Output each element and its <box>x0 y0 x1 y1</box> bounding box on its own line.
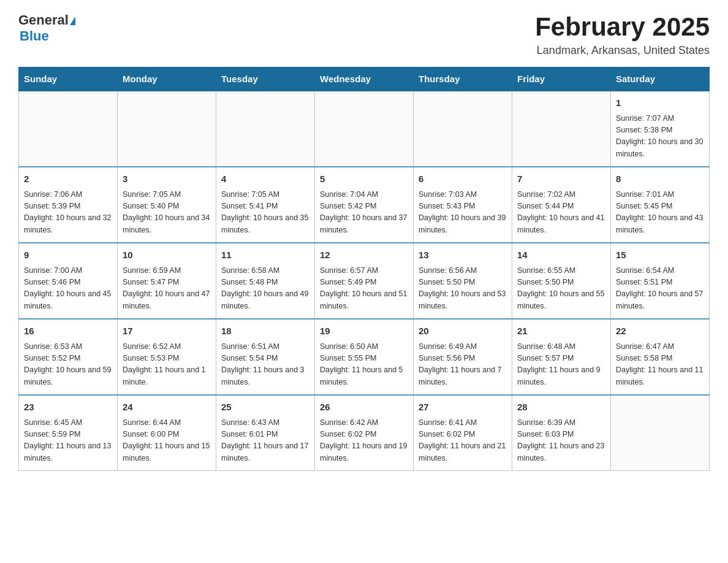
calendar-header-row: SundayMondayTuesdayWednesdayThursdayFrid… <box>19 67 710 91</box>
day-number: 16 <box>24 324 112 339</box>
day-number: 25 <box>221 400 309 415</box>
day-number: 9 <box>24 248 112 262</box>
day-info: Sunrise: 6:47 AM Sunset: 5:58 PM Dayligh… <box>616 341 704 389</box>
title-area: February 2025 Landmark, Arkansas, United… <box>535 12 710 57</box>
day-number: 8 <box>616 172 704 186</box>
calendar-cell: 19Sunrise: 6:50 AM Sunset: 5:55 PM Dayli… <box>315 319 414 395</box>
location-text: Landmark, Arkansas, United States <box>535 44 710 57</box>
calendar-week-row: 1Sunrise: 7:07 AM Sunset: 5:38 PM Daylig… <box>19 91 710 167</box>
month-title: February 2025 <box>535 12 710 42</box>
day-info: Sunrise: 6:58 AM Sunset: 5:48 PM Dayligh… <box>221 265 309 313</box>
calendar-cell: 16Sunrise: 6:53 AM Sunset: 5:52 PM Dayli… <box>19 319 118 395</box>
calendar-week-row: 16Sunrise: 6:53 AM Sunset: 5:52 PM Dayli… <box>19 319 710 395</box>
day-info: Sunrise: 7:06 AM Sunset: 5:39 PM Dayligh… <box>24 189 112 237</box>
day-number: 12 <box>320 248 408 262</box>
calendar-cell: 9Sunrise: 7:00 AM Sunset: 5:46 PM Daylig… <box>19 243 118 319</box>
calendar-cell: 15Sunrise: 6:54 AM Sunset: 5:51 PM Dayli… <box>611 243 710 319</box>
day-number: 18 <box>221 324 309 339</box>
day-info: Sunrise: 6:52 AM Sunset: 5:53 PM Dayligh… <box>123 341 211 389</box>
day-number: 26 <box>320 400 408 415</box>
day-number: 27 <box>419 400 507 415</box>
logo: General Blue <box>18 12 75 44</box>
day-info: Sunrise: 6:57 AM Sunset: 5:49 PM Dayligh… <box>320 265 408 313</box>
day-info: Sunrise: 6:49 AM Sunset: 5:56 PM Dayligh… <box>419 341 507 389</box>
calendar-week-row: 9Sunrise: 7:00 AM Sunset: 5:46 PM Daylig… <box>19 243 710 319</box>
day-info: Sunrise: 6:45 AM Sunset: 5:59 PM Dayligh… <box>24 417 112 465</box>
day-info: Sunrise: 7:03 AM Sunset: 5:43 PM Dayligh… <box>419 189 507 237</box>
page-header: General Blue February 2025 Landmark, Ark… <box>18 12 710 57</box>
day-number: 15 <box>616 248 704 262</box>
day-number: 10 <box>123 248 211 262</box>
day-of-week-header: Wednesday <box>315 67 414 91</box>
day-number: 6 <box>419 172 507 186</box>
calendar-cell: 17Sunrise: 6:52 AM Sunset: 5:53 PM Dayli… <box>118 319 216 395</box>
day-info: Sunrise: 6:55 AM Sunset: 5:50 PM Dayligh… <box>517 265 605 313</box>
day-number: 13 <box>419 248 507 262</box>
day-of-week-header: Friday <box>512 67 611 91</box>
day-info: Sunrise: 6:54 AM Sunset: 5:51 PM Dayligh… <box>616 265 704 313</box>
day-of-week-header: Saturday <box>611 67 710 91</box>
calendar-cell: 5Sunrise: 7:04 AM Sunset: 5:42 PM Daylig… <box>315 167 414 243</box>
calendar-cell: 10Sunrise: 6:59 AM Sunset: 5:47 PM Dayli… <box>118 243 216 319</box>
day-of-week-header: Monday <box>118 67 216 91</box>
calendar-cell: 2Sunrise: 7:06 AM Sunset: 5:39 PM Daylig… <box>19 167 118 243</box>
calendar-cell: 1Sunrise: 7:07 AM Sunset: 5:38 PM Daylig… <box>611 91 710 167</box>
day-of-week-header: Tuesday <box>216 67 315 91</box>
calendar-cell <box>216 91 315 167</box>
calendar-cell: 24Sunrise: 6:44 AM Sunset: 6:00 PM Dayli… <box>118 395 216 471</box>
calendar-cell: 3Sunrise: 7:05 AM Sunset: 5:40 PM Daylig… <box>118 167 216 243</box>
calendar-cell: 22Sunrise: 6:47 AM Sunset: 5:58 PM Dayli… <box>611 319 710 395</box>
calendar-cell: 11Sunrise: 6:58 AM Sunset: 5:48 PM Dayli… <box>216 243 315 319</box>
day-info: Sunrise: 6:42 AM Sunset: 6:02 PM Dayligh… <box>320 417 408 465</box>
calendar-cell: 20Sunrise: 6:49 AM Sunset: 5:56 PM Dayli… <box>414 319 512 395</box>
day-number: 22 <box>616 324 704 339</box>
day-of-week-header: Sunday <box>19 67 118 91</box>
calendar-cell: 6Sunrise: 7:03 AM Sunset: 5:43 PM Daylig… <box>414 167 512 243</box>
calendar-cell <box>611 395 710 471</box>
calendar-week-row: 2Sunrise: 7:06 AM Sunset: 5:39 PM Daylig… <box>19 167 710 243</box>
day-info: Sunrise: 6:48 AM Sunset: 5:57 PM Dayligh… <box>517 341 605 389</box>
calendar-cell <box>118 91 216 167</box>
logo-blue-text: Blue <box>20 28 49 44</box>
day-info: Sunrise: 6:53 AM Sunset: 5:52 PM Dayligh… <box>24 341 112 389</box>
day-number: 28 <box>517 400 605 415</box>
day-number: 11 <box>221 248 309 262</box>
calendar-cell <box>512 91 611 167</box>
calendar-cell <box>414 91 512 167</box>
calendar-cell: 21Sunrise: 6:48 AM Sunset: 5:57 PM Dayli… <box>512 319 611 395</box>
calendar-cell: 14Sunrise: 6:55 AM Sunset: 5:50 PM Dayli… <box>512 243 611 319</box>
day-of-week-header: Thursday <box>414 67 512 91</box>
day-info: Sunrise: 6:39 AM Sunset: 6:03 PM Dayligh… <box>517 417 605 465</box>
day-info: Sunrise: 7:05 AM Sunset: 5:40 PM Dayligh… <box>123 189 211 237</box>
day-info: Sunrise: 7:07 AM Sunset: 5:38 PM Dayligh… <box>616 113 704 161</box>
day-info: Sunrise: 6:56 AM Sunset: 5:50 PM Dayligh… <box>419 265 507 313</box>
calendar-cell: 12Sunrise: 6:57 AM Sunset: 5:49 PM Dayli… <box>315 243 414 319</box>
day-info: Sunrise: 6:41 AM Sunset: 6:02 PM Dayligh… <box>419 417 507 465</box>
day-number: 24 <box>123 400 211 415</box>
calendar-cell: 7Sunrise: 7:02 AM Sunset: 5:44 PM Daylig… <box>512 167 611 243</box>
calendar-cell: 18Sunrise: 6:51 AM Sunset: 5:54 PM Dayli… <box>216 319 315 395</box>
day-number: 21 <box>517 324 605 339</box>
calendar-table: SundayMondayTuesdayWednesdayThursdayFrid… <box>18 67 710 471</box>
calendar-cell: 23Sunrise: 6:45 AM Sunset: 5:59 PM Dayli… <box>19 395 118 471</box>
logo-general-text: General <box>18 12 69 28</box>
day-info: Sunrise: 6:51 AM Sunset: 5:54 PM Dayligh… <box>221 341 309 389</box>
day-number: 1 <box>616 96 704 110</box>
day-number: 4 <box>221 172 309 186</box>
day-number: 20 <box>419 324 507 339</box>
day-number: 3 <box>123 172 211 186</box>
calendar-cell: 26Sunrise: 6:42 AM Sunset: 6:02 PM Dayli… <box>315 395 414 471</box>
day-number: 19 <box>320 324 408 339</box>
day-number: 2 <box>24 172 112 186</box>
day-info: Sunrise: 7:00 AM Sunset: 5:46 PM Dayligh… <box>24 265 112 313</box>
calendar-cell: 8Sunrise: 7:01 AM Sunset: 5:45 PM Daylig… <box>611 167 710 243</box>
day-info: Sunrise: 6:43 AM Sunset: 6:01 PM Dayligh… <box>221 417 309 465</box>
day-info: Sunrise: 7:02 AM Sunset: 5:44 PM Dayligh… <box>517 189 605 237</box>
day-info: Sunrise: 6:50 AM Sunset: 5:55 PM Dayligh… <box>320 341 408 389</box>
calendar-cell: 25Sunrise: 6:43 AM Sunset: 6:01 PM Dayli… <box>216 395 315 471</box>
calendar-cell: 13Sunrise: 6:56 AM Sunset: 5:50 PM Dayli… <box>414 243 512 319</box>
calendar-cell: 4Sunrise: 7:05 AM Sunset: 5:41 PM Daylig… <box>216 167 315 243</box>
day-number: 14 <box>517 248 605 262</box>
calendar-cell <box>315 91 414 167</box>
calendar-cell <box>19 91 118 167</box>
